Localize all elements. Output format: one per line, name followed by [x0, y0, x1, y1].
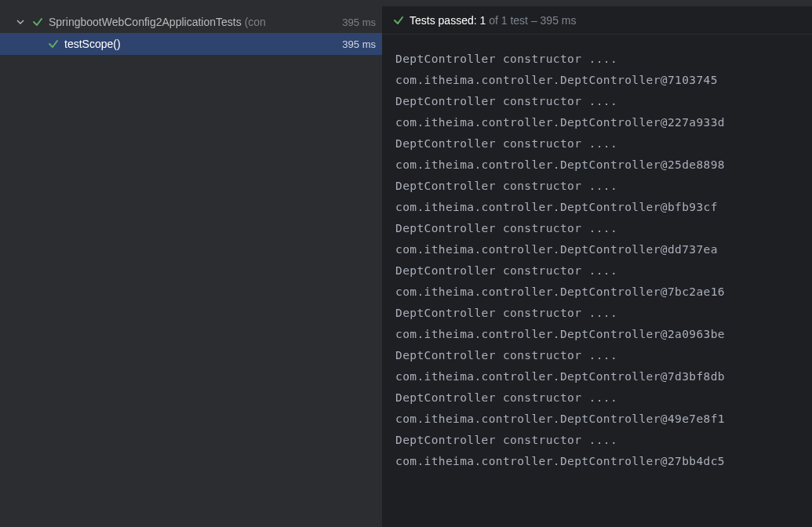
status-count: 1	[480, 14, 486, 27]
test-class-row[interactable]: SpringbootWebConfig2ApplicationTests (co…	[0, 11, 382, 33]
status-suffix: of 1 test – 395 ms	[489, 14, 576, 27]
chevron-down-icon[interactable]	[14, 16, 27, 28]
test-tree[interactable]: SpringbootWebConfig2ApplicationTests (co…	[0, 6, 382, 527]
console-line: com.itheima.controller.DeptController@22…	[395, 112, 799, 133]
console-line: com.itheima.controller.DeptController@71…	[395, 70, 799, 91]
console-line: com.itheima.controller.DeptController@bf…	[395, 197, 799, 218]
test-pass-icon	[31, 16, 44, 28]
tests-passed-label: Tests passed: 1 of 1 test – 395 ms	[410, 14, 576, 27]
console-line: DeptController constructor ....	[395, 303, 799, 324]
console-output[interactable]: DeptController constructor ....com.ithei…	[383, 35, 812, 527]
test-method-row[interactable]: testScope() 395 ms	[0, 33, 382, 55]
console-line: com.itheima.controller.DeptController@2a…	[395, 324, 799, 345]
test-status-bar: Tests passed: 1 of 1 test – 395 ms	[383, 6, 812, 35]
run-toolbar[interactable]	[0, 0, 812, 6]
console-line: DeptController constructor ....	[395, 387, 799, 409]
console-line: DeptController constructor ....	[395, 260, 799, 282]
test-pass-icon	[392, 14, 405, 27]
test-output-panel: Tests passed: 1 of 1 test – 395 ms DeptC…	[383, 6, 812, 527]
test-method-name: testScope()	[64, 38, 121, 50]
console-line: DeptController constructor ....	[395, 345, 799, 366]
console-line: com.itheima.controller.DeptController@7b…	[395, 282, 799, 303]
test-tree-panel: SpringbootWebConfig2ApplicationTests (co…	[0, 6, 383, 527]
console-line: com.itheima.controller.DeptController@27…	[395, 451, 799, 472]
console-line: DeptController constructor ....	[395, 218, 799, 239]
console-line: com.itheima.controller.DeptController@25…	[395, 154, 799, 176]
test-pass-icon	[47, 38, 60, 50]
console-line: DeptController constructor ....	[395, 91, 799, 112]
console-line: DeptController constructor ....	[395, 430, 799, 451]
console-line: DeptController constructor ....	[395, 133, 799, 154]
console-line: com.itheima.controller.DeptController@49…	[395, 409, 799, 430]
console-line: DeptController constructor ....	[395, 49, 799, 70]
console-line: com.itheima.controller.DeptController@dd…	[395, 239, 799, 260]
main-panel: SpringbootWebConfig2ApplicationTests (co…	[0, 6, 812, 527]
console-line: com.itheima.controller.DeptController@7d…	[395, 366, 799, 387]
test-class-stats: (con	[245, 16, 266, 28]
test-class-name: SpringbootWebConfig2ApplicationTests	[49, 16, 242, 28]
status-prefix: Tests passed:	[410, 14, 477, 27]
test-method-duration: 395 ms	[342, 38, 376, 50]
console-line: DeptController constructor ....	[395, 176, 799, 197]
test-class-duration: 395 ms	[342, 16, 376, 28]
